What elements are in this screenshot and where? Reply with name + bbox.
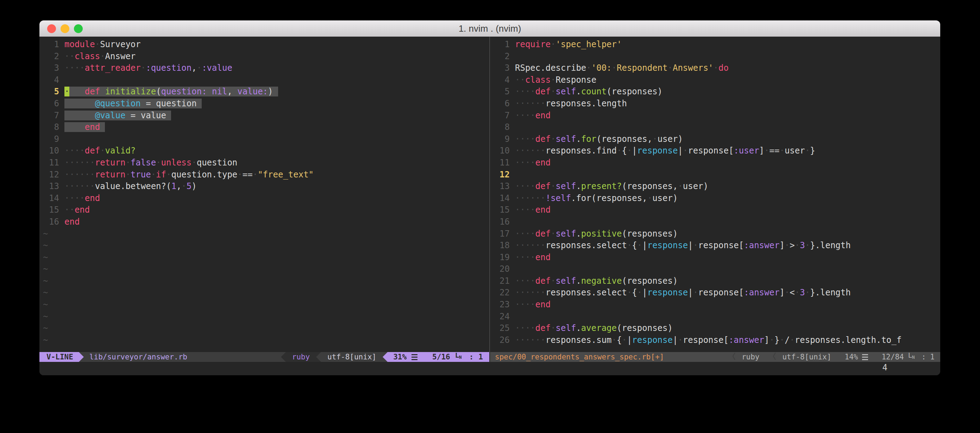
code-line[interactable]: 4 (40, 74, 489, 86)
code-line[interactable]: 16end (40, 216, 489, 228)
line-number: 24 (490, 311, 510, 323)
code-line[interactable]: 21····def·self.negative(responses) (490, 275, 940, 287)
empty-buffer-line: ~ (40, 287, 489, 299)
code-text: ····end (515, 205, 550, 215)
code-line[interactable]: 7 @value = value (40, 110, 489, 122)
code-line[interactable]: 18······responses.select·{·|response|·re… (490, 240, 940, 252)
code-line[interactable]: 14····end (40, 193, 489, 205)
code-line[interactable]: 5····def·self.count(responses) (490, 86, 940, 98)
line-number: 8 (40, 121, 59, 134)
code-line[interactable]: 9····def·self.for(responses,·user) (490, 134, 940, 145)
code-line[interactable]: 23····end (490, 299, 940, 311)
code-line[interactable]: 2··class·Answer (40, 51, 489, 63)
code-text: ··class·Response (515, 75, 596, 85)
code-pane-answer-rb[interactable]: 1module·Surveyor2··class·Answer3····attr… (40, 37, 489, 352)
code-text: ······responses.select·{·|response|·resp… (515, 288, 851, 298)
code-text: ····def·self.average(responses) (515, 323, 673, 333)
visual-selection: @value = value (64, 111, 171, 120)
code-text: ····end (515, 299, 550, 309)
file-path: lib/surveyor/answer.rb (84, 352, 281, 362)
line-number: 23 (490, 299, 510, 311)
code-line[interactable]: 14······!self.for(responses,·user) (490, 193, 940, 205)
lines-icon (862, 354, 868, 360)
line-number: 6 (40, 98, 59, 110)
code-line[interactable]: 4··class·Response (490, 74, 940, 86)
code-line[interactable]: 15····end (490, 204, 940, 216)
code-line[interactable]: 6······responses.length (490, 98, 940, 110)
line-number: 14 (490, 193, 510, 205)
line-number: 15 (490, 204, 510, 216)
code-text: ··end (64, 205, 90, 215)
line-number: 1 (40, 39, 59, 51)
code-line[interactable]: 7····end (490, 110, 940, 122)
code-line[interactable]: 9 (40, 134, 489, 145)
code-text: ······responses.length (515, 99, 627, 108)
cursor-position: 5/16 (432, 353, 450, 361)
block-cursor: · (64, 87, 69, 97)
line-number: 12 (490, 169, 510, 181)
empty-buffer-line: ~ (40, 228, 489, 240)
code-line[interactable]: 8 end (40, 121, 489, 134)
code-line[interactable]: 10····def·valid? (40, 145, 489, 157)
cursor-column: 1 (478, 353, 483, 361)
window-titlebar[interactable]: 1. nvim . (nvim) (40, 21, 940, 37)
code-line[interactable]: 10······responses.find·{·|response|·resp… (490, 145, 940, 157)
code-line[interactable]: 1module·Surveyor (40, 39, 489, 51)
empty-buffer-line: ~ (40, 311, 489, 323)
visual-selection: def initialize(question: nil, value:) (69, 87, 278, 97)
code-text: ····end (64, 193, 100, 203)
line-number: 5 (40, 86, 59, 98)
chevron-left-icon (773, 352, 776, 362)
line-number: 18 (490, 240, 510, 252)
code-line[interactable]: 1require·'spec_helper' (490, 39, 940, 51)
chevron-left-icon (732, 352, 735, 362)
powerline-arrow-icon (79, 352, 84, 362)
code-line[interactable]: 16 (490, 216, 940, 228)
code-line[interactable]: 2 (490, 51, 940, 63)
window-title: 1. nvim . (nvim) (40, 21, 940, 37)
line-number: 16 (490, 216, 510, 228)
line-number: 3 (490, 62, 510, 74)
empty-buffer-line: ~ (40, 322, 489, 334)
position-segment: 31% 5/16 LN : 1 (388, 352, 489, 362)
code-pane-spec-rb[interactable]: 1require·'spec_helper'23RSpec.describe·'… (490, 37, 940, 352)
code-line[interactable]: 12······return·true·if·question.type·==·… (40, 169, 489, 181)
code-line[interactable]: 26······responses.sum·{·|response|·respo… (490, 334, 940, 346)
visual-selection: @question = question (64, 99, 202, 108)
line-number: 1 (490, 39, 510, 51)
code-line[interactable]: 15··end (40, 204, 489, 216)
code-line[interactable]: 5· def initialize(question: nil, value:) (40, 86, 489, 98)
code-line[interactable]: 25····def·self.average(responses) (490, 322, 940, 334)
code-line[interactable]: 3····attr_reader·:question,·:value (40, 62, 489, 74)
empty-buffer-line: ~ (40, 334, 489, 346)
line-number: 4 (490, 74, 510, 86)
line-number: 17 (490, 228, 510, 240)
code-line[interactable]: 17····def·self.positive(responses) (490, 228, 940, 240)
code-line[interactable]: 11····end (490, 157, 940, 169)
code-line[interactable]: 11······return·false·unless·question (40, 157, 489, 169)
code-line[interactable]: 22······responses.select·{·|response|·re… (490, 287, 940, 299)
code-line[interactable]: 24 (490, 311, 940, 323)
code-text: ····end (515, 158, 550, 167)
code-text: ····end (515, 252, 550, 262)
code-line[interactable]: 19····end (490, 252, 940, 264)
terminal-window: 1. nvim . (nvim) 1module·Surveyor2··clas… (40, 21, 940, 375)
code-line[interactable]: 6 @question = question (40, 98, 489, 110)
line-number: 26 (490, 334, 510, 346)
line-number: 8 (490, 121, 510, 134)
code-line[interactable]: 3RSpec.describe·'00:·Respondent·Answers'… (490, 62, 940, 74)
code-line[interactable]: 20 (490, 263, 940, 275)
code-line[interactable]: 12 (490, 169, 940, 181)
code-text: end (64, 122, 105, 132)
line-number: 2 (490, 51, 510, 63)
code-line[interactable]: 8 (490, 121, 940, 134)
scroll-percent-group: 14% (845, 353, 869, 361)
code-line[interactable]: 13····def·self.present?(responses,·user) (490, 181, 940, 193)
code-text: ····def·self.for(responses,·user) (515, 134, 683, 144)
nvim-editor: 1module·Surveyor2··class·Answer3····attr… (40, 37, 940, 375)
editor-panes: 1module·Surveyor2··class·Answer3····attr… (40, 37, 940, 352)
lines-icon (412, 354, 417, 360)
code-line[interactable]: 13······value.between?(1,·5) (40, 181, 489, 193)
line-number: 13 (40, 181, 59, 193)
command-line[interactable]: 4 (40, 362, 940, 375)
